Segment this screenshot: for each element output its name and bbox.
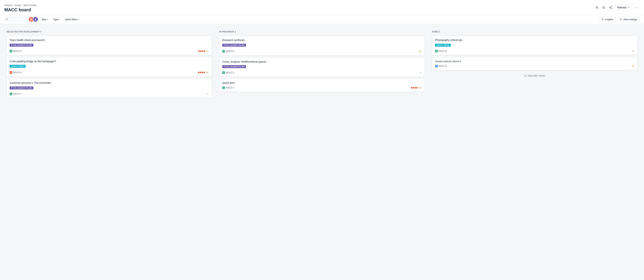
card-id: ▲ MACC-8 [222, 50, 234, 53]
svg-line-23 [526, 76, 526, 77]
card-card-macc7[interactable]: Quick wins ▲ MACC-7 [219, 79, 424, 92]
header-actions: Release ··· [594, 4, 640, 11]
dot1 [198, 72, 200, 73]
card-footer: ■ MACC-4 [10, 71, 209, 74]
breadcrumb-projects[interactable]: Projects [4, 4, 12, 7]
toolbar: Epic ▾ Type ▾ Quick filters ▾ Insights V… [0, 15, 644, 24]
card-tag: QUICK WINS [435, 44, 451, 47]
card-footer: ✓ MACC-3 [435, 65, 634, 68]
insights-label: Insights [605, 18, 613, 21]
story-icon: ▲ [222, 50, 225, 53]
more-button[interactable]: ··· [634, 4, 640, 11]
card-card-macc8[interactable]: Research synthesis FY23 LAUNCH PLAN ▲ MA… [219, 36, 424, 56]
dot2 [200, 72, 201, 73]
dot3 [202, 72, 203, 73]
search-input[interactable] [8, 18, 24, 21]
issue-id-text: MACC-3 [438, 65, 447, 67]
card-tag: FY23 LAUNCH PLAN [222, 65, 246, 68]
type-chevron-icon: ▾ [59, 18, 60, 20]
board: SELECTED FOR DEVELOPMENT 3 Team health c… [0, 24, 644, 280]
svg-point-10 [35, 18, 36, 19]
avatars [28, 17, 38, 22]
breadcrumb-current: MACC board [24, 4, 36, 7]
search-box[interactable] [4, 17, 26, 22]
dot4 [416, 87, 418, 89]
card-card-macc2[interactable]: Comp. Analysis: Multifunctional spaces F… [219, 57, 424, 77]
card-meta [419, 50, 422, 53]
avatar-2[interactable] [33, 17, 38, 22]
card-footer: ▲ MACC-7 [222, 86, 422, 89]
priority-up-icon [206, 93, 209, 95]
card-title: Team health check post-launch [10, 39, 209, 42]
column-header-0: SELECTED FOR DEVELOPMENT 3 [6, 30, 212, 34]
card-card-macc5[interactable]: Team health check post-launch FY23 LAUNC… [6, 36, 212, 55]
svg-line-6 [610, 7, 611, 7]
priority-eq-icon [419, 50, 422, 53]
card-footer: ▲ MACC-5 [10, 50, 209, 53]
bug-icon: ■ [10, 71, 12, 74]
view-settings-label: View settings [624, 18, 637, 21]
card-title: Photography refresh pls [435, 39, 634, 42]
quick-filters-chevron-icon: ▾ [78, 18, 79, 20]
insights-button[interactable]: Insights [599, 17, 616, 22]
dot3 [414, 87, 416, 89]
dot1 [411, 87, 412, 89]
svg-point-22 [524, 75, 526, 76]
dot3 [202, 51, 204, 52]
breadcrumb-sep1: / [13, 4, 14, 7]
card-tag: FY23 LAUNCH PLAN [222, 44, 246, 47]
card-title: Comp. Analysis: Multifunctional spaces [222, 60, 422, 64]
svg-point-7 [6, 19, 8, 20]
svg-point-9 [30, 18, 32, 19]
dot1 [198, 51, 200, 52]
issue-id-text: MACC-4 [13, 71, 22, 74]
priority-down-icon [419, 71, 422, 74]
dot4 [204, 51, 205, 52]
issue-id-text: MACC-2 [226, 71, 234, 74]
story-icon: ▲ [222, 71, 225, 74]
insights-icon [601, 18, 604, 21]
release-label: Release [617, 6, 626, 9]
card-card-macc3[interactable]: Social content: Week 2 ✓ MACC-3 [432, 57, 638, 71]
person-icon-1 [30, 18, 33, 21]
card-tag: FY23 LAUNCH PLAN [10, 44, 33, 47]
card-footer: ▲ MACC-6 [435, 50, 634, 53]
type-filter-button[interactable]: Type ▾ [52, 17, 61, 22]
epic-chevron-icon: ▾ [47, 18, 48, 20]
release-button[interactable]: Release [615, 5, 632, 10]
card-tag: QUICK WINS [10, 65, 26, 68]
card-meta [198, 71, 209, 74]
view-settings-icon [620, 18, 622, 21]
priority-up-icon [632, 50, 634, 53]
issue-id-text: MACC-5 [13, 50, 22, 53]
see-older-label: See older issues [528, 74, 545, 77]
epic-filter-button[interactable]: Epic ▾ [40, 17, 50, 22]
page-title: MACC board [4, 7, 36, 12]
view-settings-button[interactable]: View settings [617, 17, 640, 22]
priority-eq-icon [206, 71, 209, 74]
see-older-issues[interactable]: See older issues [432, 72, 638, 79]
card-tag: FY23 LAUNCH PLAN [10, 87, 33, 89]
share-button[interactable] [608, 5, 614, 10]
quick-filters-button[interactable]: Quick filters ▾ [64, 17, 80, 22]
card-meta [411, 86, 422, 89]
card-meta [419, 71, 422, 74]
dot2 [412, 87, 414, 89]
issue-id-text: MACC-8 [226, 50, 234, 53]
priority-eq-icon [419, 86, 422, 89]
lightning-button[interactable] [594, 5, 600, 10]
svg-marker-0 [596, 6, 598, 9]
priority-up-icon [206, 50, 209, 53]
breadcrumb: Projects / Board / MACC board [4, 3, 36, 7]
card-card-macc4[interactable]: Is the padding dodgy on the homepage?! Q… [6, 57, 212, 77]
story-icon: ▲ [10, 93, 12, 95]
story-icon: ▲ [10, 50, 12, 53]
priority-dots [198, 51, 205, 52]
svg-marker-1 [602, 6, 605, 9]
breadcrumb-board[interactable]: Board [15, 4, 21, 7]
release-chevron-icon [628, 6, 630, 9]
type-label: Type [53, 18, 58, 21]
star-button[interactable] [601, 5, 606, 10]
card-card-macc1[interactable]: Customer persona 1: The Commuter FY23 LA… [6, 79, 212, 98]
card-card-macc6[interactable]: Photography refresh pls QUICK WINS ▲ MAC… [432, 36, 638, 55]
